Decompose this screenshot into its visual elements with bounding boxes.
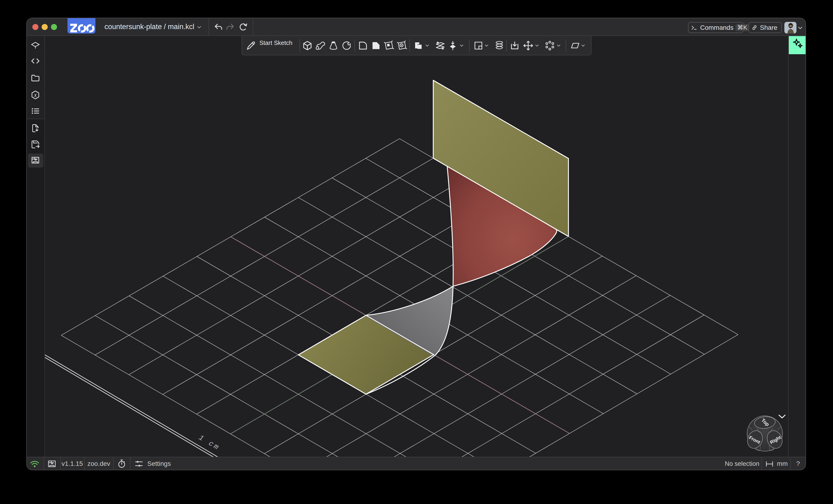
svg-text:1 cm: 1 cm — [197, 433, 221, 452]
svg-text:x: x — [34, 92, 37, 98]
